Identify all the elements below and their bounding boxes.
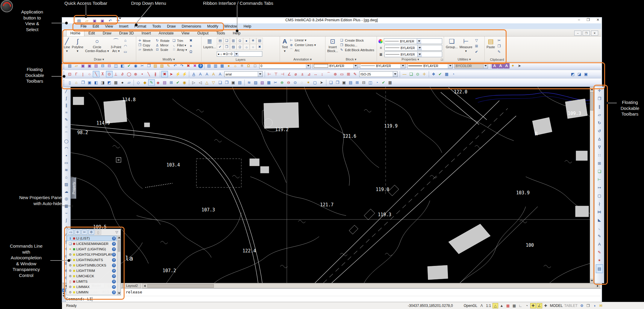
- light-icon[interactable]: ✦: [510, 63, 516, 69]
- tab-edit[interactable]: Edit: [84, 30, 99, 36]
- vertical-scrollbar[interactable]: [590, 87, 594, 283]
- match-properties-icon[interactable]: ✎: [596, 248, 603, 256]
- help-icon[interactable]: ?: [112, 258, 116, 262]
- plotstyle-dropdown[interactable]: BYCOLOR: [454, 63, 488, 69]
- viewport-left-icon[interactable]: ◧: [93, 79, 99, 86]
- paste-icon[interactable]: ▨: [152, 63, 159, 69]
- view6-icon[interactable]: ⊟: [360, 79, 367, 86]
- drawing-info-icon[interactable]: ❖: [430, 71, 437, 77]
- match-properties-icon[interactable]: ✎: [496, 49, 502, 54]
- tab-home[interactable]: Home: [66, 30, 84, 36]
- snap-node-icon[interactable]: |: [80, 71, 86, 77]
- lineweight-combo[interactable]: ≣ BYLAYER: [378, 51, 442, 57]
- center2-icon[interactable]: ⊙: [292, 79, 298, 86]
- dim-linear-icon[interactable]: ⊢: [266, 71, 273, 77]
- measure-region-icon[interactable]: ⊙: [414, 71, 421, 77]
- help-icon[interactable]: ?: [112, 247, 116, 251]
- polar-angle-icon[interactable]: ∠: [537, 303, 542, 308]
- print-icon[interactable]: ⊟: [99, 63, 106, 69]
- up-icon[interactable]: △: [204, 79, 210, 86]
- layer-isolate-icon[interactable]: ▨: [230, 44, 237, 50]
- save-all-icon[interactable]: ▣: [86, 63, 93, 69]
- mirror-3d-icon[interactable]: ∇: [596, 143, 603, 151]
- view9-icon[interactable]: ✔: [380, 79, 387, 86]
- layers-button[interactable]: ≣ Layers...: [202, 37, 217, 57]
- modify-panel-label[interactable]: Modify ▾: [136, 57, 201, 61]
- stretch-button[interactable]: ▱Stretch: [138, 48, 153, 51]
- quick-filter-icon[interactable]: ▽: [474, 38, 479, 43]
- properties-dialog-launcher-icon[interactable]: ◲: [440, 58, 443, 61]
- linetype-combo[interactable]: ≡ BYLAYER: [378, 45, 442, 51]
- circle-button[interactable]: ○Circle Center-Radius ▾: [84, 37, 110, 57]
- text-button[interactable]: A Text ▾: [281, 37, 289, 57]
- layer-sun-icon[interactable]: ☼: [232, 63, 239, 69]
- dim-arc-icon[interactable]: ⌒: [325, 71, 332, 77]
- cmd-li[interactable]: ℹ LI (LIST) ?: [67, 236, 117, 241]
- font-dropdown[interactable]: arial: [224, 71, 263, 77]
- pointer-icon[interactable]: ➤: [318, 79, 325, 86]
- snap-settings-icon[interactable]: ➤: [168, 71, 175, 77]
- remove-icon[interactable]: ⊖: [285, 79, 292, 86]
- dim-diameter-icon[interactable]: ⌀: [293, 71, 299, 77]
- cut-icon[interactable]: ✂: [139, 63, 146, 69]
- layers-manager-icon[interactable]: ▤: [206, 63, 212, 69]
- snap-ellipse-icon[interactable]: ◯: [126, 71, 132, 77]
- menu-help[interactable]: Help: [240, 24, 254, 29]
- tab-annotate[interactable]: Annotate: [155, 30, 178, 36]
- view8-icon[interactable]: ◔: [374, 79, 380, 86]
- play-icon[interactable]: ▷: [190, 79, 197, 86]
- command-line[interactable]: Command: LI: [66, 296, 601, 302]
- circle-icon[interactable]: ○: [63, 123, 70, 130]
- toolbar-grip[interactable]: [63, 71, 65, 77]
- snap-intersection-icon[interactable]: ⊼: [99, 71, 106, 77]
- arc-button[interactable]: ⌒3-Point Arc ▾: [110, 37, 122, 57]
- scale-button[interactable]: ⊡Scale: [155, 48, 169, 51]
- save-icon[interactable]: ▣: [91, 18, 98, 24]
- view-save-icon[interactable]: ▣: [86, 79, 93, 86]
- edit-text-icon[interactable]: A: [204, 71, 210, 77]
- explode-icon[interactable]: ✶: [596, 256, 603, 264]
- command-history[interactable]: le Version: R15 ( release: [66, 288, 601, 296]
- status-model[interactable]: MODEL: [550, 304, 563, 308]
- history-toggle-icon[interactable]: ▭: [68, 230, 74, 235]
- array-button[interactable]: ∷Array ▾: [172, 48, 187, 51]
- tab-help[interactable]: Help: [229, 30, 245, 36]
- cmd-limmax[interactable]: ⚙ LIMMAX ?: [67, 284, 117, 290]
- edit-tag-icon[interactable]: ✎: [148, 79, 155, 86]
- paste-special-icon[interactable]: ▧: [159, 63, 165, 69]
- page-setup-icon[interactable]: ◧: [119, 63, 126, 69]
- linear-dimension-button[interactable]: ⊢Linear ▾: [289, 38, 316, 42]
- sketch-icon[interactable]: ✎: [63, 116, 70, 123]
- layer-bulb-icon[interactable]: ●: [243, 38, 250, 43]
- ellipse-icon[interactable]: ◯: [63, 137, 70, 145]
- dim-angular-icon[interactable]: ∠: [286, 71, 293, 77]
- match-properties-icon[interactable]: ✎: [165, 63, 172, 69]
- horizontal-scrollbar[interactable]: [142, 284, 600, 288]
- render-icon[interactable]: ▣: [583, 71, 589, 77]
- spell-check-icon[interactable]: ✔: [126, 63, 132, 69]
- text-edit-icon[interactable]: A: [498, 63, 504, 69]
- mail-icon[interactable]: ✉: [598, 303, 604, 308]
- mirror-button[interactable]: ΔMirror: [155, 43, 169, 47]
- menu-file[interactable]: File: [78, 24, 90, 29]
- help-icon[interactable]: ?: [112, 263, 116, 267]
- horizontal-scroll-thumb[interactable]: [147, 284, 214, 288]
- rotate-icon[interactable]: ↻: [596, 119, 603, 127]
- restore-button[interactable]: ❐: [587, 18, 590, 22]
- layer-match-icon[interactable]: ✔: [217, 44, 223, 50]
- command-scroll-down2-icon[interactable]: [63, 295, 65, 297]
- layer-combo[interactable]: ●☼❄Ω□ 0: [217, 51, 262, 57]
- snap-marker-off-icon[interactable]: ▲: [499, 303, 504, 308]
- new-file-icon[interactable]: ▤: [76, 18, 82, 24]
- rotate-button[interactable]: ↻Rotate: [155, 39, 169, 43]
- cut-popup-icon[interactable]: ✂: [81, 230, 87, 235]
- tab-layout2[interactable]: Layout2: [123, 284, 141, 288]
- combo-arrow[interactable]: [417, 52, 422, 57]
- grid2-icon[interactable]: ▦: [266, 79, 272, 86]
- arc-icon[interactable]: ⌒: [63, 130, 70, 137]
- menu-modify[interactable]: Modify: [204, 24, 221, 29]
- help-icon[interactable]: ?: [112, 269, 116, 273]
- popup-scrollbar[interactable]: [117, 236, 121, 295]
- props-icon[interactable]: ▤: [161, 79, 168, 86]
- view10-icon[interactable]: ▦: [387, 79, 393, 86]
